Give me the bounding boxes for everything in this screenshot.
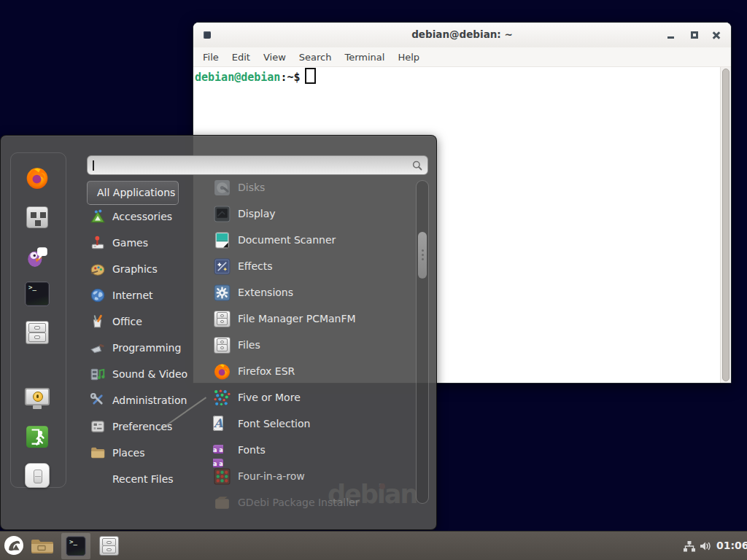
terminal-titlebar[interactable]: debian@debian: ~ [193,23,731,48]
category-internet[interactable]: Internet [87,284,204,306]
menu-item-terminal[interactable]: Terminal [338,52,391,63]
app-row-five-or-more[interactable]: Five or More [206,386,417,409]
sidebar-firefox-button[interactable] [25,166,50,190]
menu-item-edit[interactable]: Edit [225,52,257,63]
logout-icon [25,424,50,449]
menu-item-view[interactable]: View [257,52,293,63]
files-launcher-button[interactable] [99,536,119,556]
category-recent-files[interactable]: Recent Files [87,468,204,490]
app-label: Files [238,339,260,351]
category-office[interactable]: Office [87,311,204,332]
menu-launcher-icon [4,535,24,556]
close-button[interactable] [709,28,724,42]
app-row-firefox-esr[interactable]: Firefox ESR [206,359,417,383]
lock-screen-icon [25,388,50,405]
app-row-gdebi-package-installer[interactable]: GDebi Package Installer [206,491,417,514]
sidebar-terminal-button[interactable] [25,281,50,306]
menu-search-input[interactable] [87,155,428,175]
file-cabinet-icon [99,536,119,556]
preferences-icon [90,419,106,435]
menu-scrollbar[interactable] [416,180,429,504]
app-label: Font Selection [238,418,310,429]
category-label: Games [112,237,148,249]
extensions-icon [213,284,231,302]
minimize-icon [667,36,674,39]
terminal-task-button[interactable] [61,533,90,559]
games-icon [90,235,106,251]
folder-icon [30,537,53,556]
taskbar-clock[interactable]: 01:06 [716,540,747,551]
sidebar-shutdown-button[interactable] [25,463,50,488]
firefox-icon [213,362,231,381]
display-icon [213,205,231,223]
category-label: Internet [112,289,153,301]
menu-scrollbar-thumb[interactable] [418,232,427,279]
document-scanner-icon [213,231,231,249]
category-sound-video[interactable]: Sound & Video [87,363,204,385]
app-row-extensions[interactable]: Extensions [206,281,417,304]
maximize-button[interactable] [687,28,702,42]
sidebar-packages-button[interactable] [25,205,50,230]
menu-item-search[interactable]: Search [293,52,338,63]
app-label: Firefox ESR [238,365,295,377]
effects-icon [213,257,231,276]
app-row-file-manager-pcmanfm[interactable]: File Manager PCManFM [206,307,417,330]
category-places[interactable]: Places [87,442,204,464]
app-label: Fonts [238,444,266,456]
category-label: Programming [112,342,181,354]
app-row-four-in-a-row[interactable]: Four-in-a-row [206,464,417,488]
accessories-icon [90,209,106,225]
disks-icon [213,179,231,197]
sidebar-lock-screen-button[interactable] [25,386,50,411]
category-label: Office [112,316,142,327]
category-administration[interactable]: Administration [87,389,204,411]
category-preferences[interactable]: Preferences [87,416,204,438]
app-row-font-selection[interactable]: A Font Selection [206,412,417,435]
app-row-display[interactable]: Display [206,202,417,225]
app-row-disks[interactable]: Disks [206,176,417,199]
menu-item-file[interactable]: File [196,52,225,63]
minimize-button[interactable] [664,28,678,42]
taskbar: 01:06 [0,531,747,560]
folder-launcher-button[interactable] [30,537,53,556]
category-label: Places [112,447,145,459]
app-row-document-scanner[interactable]: Document Scanner [206,228,417,252]
menu-launcher-button[interactable] [4,535,24,556]
app-row-effects[interactable]: Effects [206,254,417,278]
application-menu: All Applications Accessories Games Graph… [0,135,437,530]
category-graphics[interactable]: Graphics [87,258,204,280]
terminal-scrollbar-thumb[interactable] [722,69,729,381]
menu-item-help[interactable]: Help [391,52,426,63]
category-accessories[interactable]: Accessories [87,206,204,228]
five-or-more-icon [213,389,231,407]
four-in-a-row-icon [213,467,231,486]
shutdown-icon [25,463,50,488]
category-programming[interactable]: Programming [87,337,204,359]
app-label: Five or More [238,392,301,403]
category-label: Accessories [112,211,172,222]
terminal-title: debian@debian: ~ [193,28,731,40]
category-label: Administration [112,394,187,406]
network-tray-icon[interactable] [683,540,696,552]
packages-icon [26,206,48,228]
all-applications-button[interactable]: All Applications [87,181,179,205]
category-label: Graphics [112,263,158,275]
terminal-icon [25,281,50,306]
desktop: debian debian@debian: ~ File Edit View S… [0,0,747,560]
sidebar-pidgin-button[interactable] [25,244,50,268]
terminal-scrollbar[interactable] [720,67,731,383]
app-row-fonts[interactable]: a aa a Fonts [206,438,417,462]
app-row-files[interactable]: Files [206,333,417,357]
app-label: File Manager PCManFM [238,313,356,324]
sidebar-logout-button[interactable] [25,424,50,449]
category-games[interactable]: Games [87,232,204,254]
volume-tray-icon[interactable] [699,540,712,552]
font-selection-icon: A [213,415,231,433]
app-label: Disks [238,182,265,193]
file-cabinet-icon [26,321,49,344]
category-label: Sound & Video [112,368,187,380]
administration-icon [90,392,106,408]
file-cabinet-icon [213,336,231,354]
sidebar-files-button[interactable] [25,320,50,345]
app-label: Display [238,208,276,219]
